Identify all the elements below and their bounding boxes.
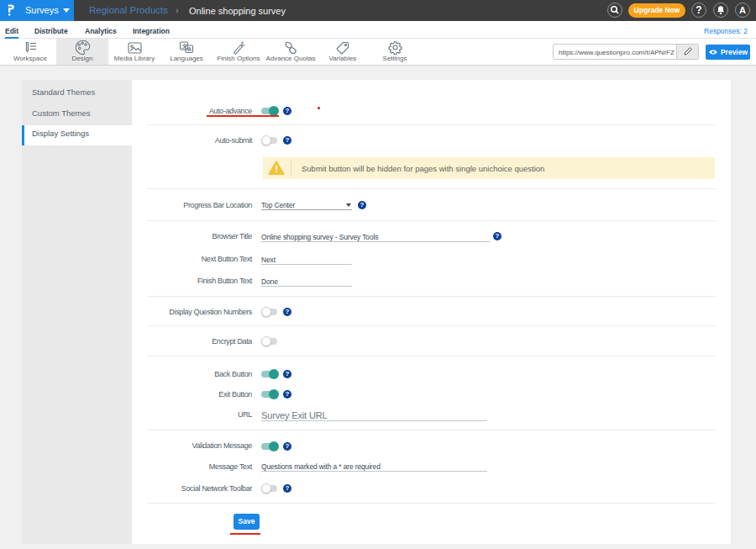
svg-text:A: A: [187, 46, 192, 52]
